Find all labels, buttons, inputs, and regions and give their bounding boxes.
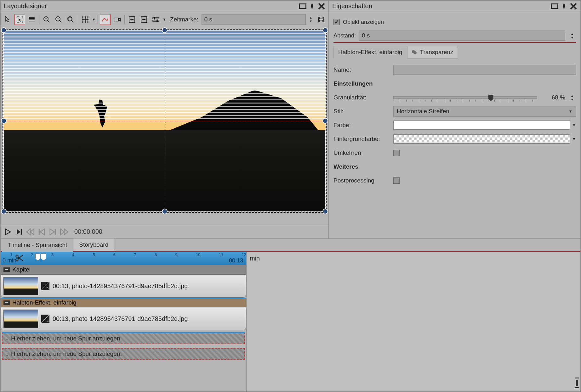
svg-rect-18: [153, 18, 159, 19]
resize-handle-tc[interactable]: [162, 27, 168, 33]
grid-dropdown-icon[interactable]: ▼: [92, 17, 96, 22]
prev-frame-icon[interactable]: [37, 227, 46, 236]
name-label: Name:: [333, 66, 390, 73]
svg-point-8: [87, 16, 88, 18]
postproc-row: Postprocessing: [333, 174, 576, 188]
svg-rect-25: [551, 4, 558, 8]
range-handles-icon[interactable]: [35, 254, 46, 260]
motion-path-icon[interactable]: [100, 14, 111, 25]
transition-icon[interactable]: [41, 315, 49, 323]
clip-thumbnail: [3, 310, 38, 328]
bgcolor-dropdown-icon[interactable]: ▼: [572, 137, 576, 141]
props-maximize-icon[interactable]: [551, 3, 558, 10]
invert-checkbox[interactable]: [393, 150, 400, 156]
svg-point-14: [87, 21, 88, 23]
color-dropdown-icon[interactable]: ▼: [572, 123, 576, 127]
fast-forward-icon[interactable]: [60, 227, 69, 236]
zoom-fit-icon[interactable]: [65, 14, 76, 25]
postproc-checkbox[interactable]: [393, 177, 400, 184]
timeline-unit-label: min: [250, 255, 260, 262]
add-frame-icon[interactable]: [127, 14, 137, 25]
props-pin-icon[interactable]: [560, 3, 568, 10]
play-time: 00:00.000: [74, 228, 102, 235]
camera-icon[interactable]: [112, 14, 122, 25]
timeline-right-area[interactable]: min: [246, 252, 580, 391]
name-row: Name:: [333, 63, 576, 77]
timeline-ruler[interactable]: 0 min 123456789101112 00:13: [1, 252, 246, 265]
props-close-icon[interactable]: [570, 3, 577, 10]
color-swatch[interactable]: [393, 120, 570, 130]
bgcolor-label: Hintergrundfarbe:: [333, 136, 390, 143]
svg-point-6: [82, 16, 83, 18]
zoom-out-icon[interactable]: [53, 14, 64, 25]
svg-point-9: [82, 19, 83, 20]
play-icon[interactable]: [3, 227, 12, 236]
resize-handle-br[interactable]: [322, 209, 328, 214]
svg-rect-20: [154, 17, 155, 20]
layout-maximize-icon[interactable]: [299, 3, 306, 10]
svg-rect-21: [157, 20, 158, 22]
canvas-area[interactable]: [1, 27, 328, 225]
timemark-spinner[interactable]: ▲▼: [307, 14, 315, 25]
resize-handle-tr[interactable]: [322, 27, 328, 33]
selection-tool-icon[interactable]: [14, 14, 25, 25]
name-input[interactable]: [393, 65, 576, 75]
tab-transparency[interactable]: Transparenz: [407, 46, 458, 59]
clip-thumbnail: [3, 277, 38, 295]
layout-close-icon[interactable]: [318, 3, 325, 10]
resize-handle-bl[interactable]: [1, 209, 7, 214]
ruler-start-label: 0 min: [3, 257, 16, 264]
timemark-input[interactable]: 0 s: [202, 14, 306, 25]
layout-pin-icon[interactable]: [308, 3, 316, 10]
rewind-icon[interactable]: [26, 227, 35, 236]
cursor-tool-icon[interactable]: [3, 14, 13, 25]
grid-icon[interactable]: [80, 14, 91, 25]
resize-handle-ml[interactable]: [1, 118, 7, 124]
list-tool-icon[interactable]: [26, 14, 37, 25]
svg-rect-0: [299, 4, 306, 8]
granularity-slider[interactable]: [393, 96, 537, 99]
toolbar-separator: [124, 15, 125, 24]
style-row: Stil: Horizontale Streifen: [333, 104, 576, 118]
drop-zone-1[interactable]: ↓ Hierher ziehen, um neue Spur anzulegen…: [2, 332, 245, 344]
chapter-track-header[interactable]: Kapitel: [1, 265, 246, 274]
effect-track-header[interactable]: Halbton-Effekt, einfarbig: [1, 298, 246, 307]
svg-rect-19: [153, 20, 159, 21]
keyframe-dropdown-icon[interactable]: ▼: [162, 17, 166, 22]
drop-zone-2[interactable]: ↓ Hierher ziehen, um neue Spur anzulegen…: [2, 348, 245, 360]
show-object-checkbox[interactable]: [333, 19, 340, 25]
step-forward-icon[interactable]: [14, 227, 23, 236]
granularity-spinner[interactable]: ▲▼: [568, 92, 576, 103]
zoom-in-icon[interactable]: [41, 14, 52, 25]
resize-handle-mr[interactable]: [322, 118, 328, 124]
clip-1[interactable]: 00:13, photo-1428954376791-d9ae785dfb2d.…: [1, 274, 246, 298]
distance-label: Abstand:: [333, 32, 356, 39]
next-frame-icon[interactable]: [48, 227, 57, 236]
save-icon[interactable]: [316, 14, 327, 25]
ruler-cursor-label: 00:13: [229, 257, 243, 264]
tab-halftone-effect[interactable]: Halbton-Effekt, einfarbig: [333, 46, 407, 59]
tab-storyboard[interactable]: Storyboard: [73, 238, 114, 251]
timemark-label: Zeitmarke:: [170, 16, 198, 23]
settings-header: Einstellungen: [333, 80, 390, 87]
collapse-icon[interactable]: [3, 267, 10, 272]
clip-2[interactable]: 00:13, photo-1428954376791-d9ae785dfb2d.…: [1, 307, 246, 330]
chapter-label: Kapitel: [12, 266, 31, 273]
keyframe-settings-icon[interactable]: [151, 14, 161, 25]
distance-input[interactable]: 0 s: [359, 31, 565, 41]
transparency-icon: [412, 49, 418, 55]
remove-frame-icon[interactable]: [139, 14, 149, 25]
bgcolor-swatch[interactable]: [393, 134, 570, 144]
canvas-frame[interactable]: [3, 30, 326, 212]
resize-handle-bc[interactable]: [162, 209, 168, 214]
distance-spinner[interactable]: ▲▼: [568, 30, 576, 41]
props-body: Objekt anzeigen Abstand: 0 s ▲▼ Halbton-…: [329, 12, 580, 238]
style-select[interactable]: Horizontale Streifen: [393, 106, 576, 117]
zoom-slider[interactable]: [574, 252, 580, 391]
collapse-icon[interactable]: [3, 300, 10, 305]
tab-timeline[interactable]: Timeline - Spuransicht: [2, 239, 73, 252]
resize-handle-tl[interactable]: [1, 27, 7, 33]
transition-icon[interactable]: [41, 282, 49, 290]
scissors-icon[interactable]: [15, 254, 24, 262]
layout-toolbar: ▼ ▼ Zeitmarke: 0 s ▲▼: [1, 12, 328, 27]
